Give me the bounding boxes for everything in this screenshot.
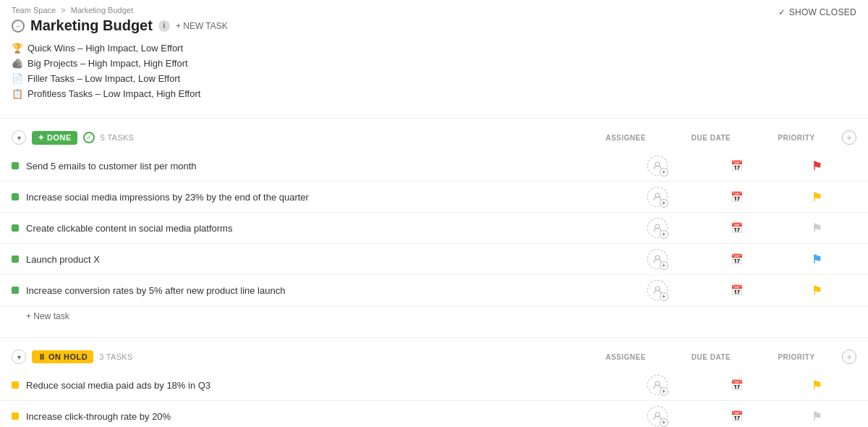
matrix-text-1: Big Projects – High Impact, High Effort bbox=[27, 58, 188, 69]
task-name[interactable]: Increase social media impressions by 23%… bbox=[26, 192, 618, 203]
task-status-dot bbox=[12, 193, 19, 200]
col-header-duedate-onhold: DUE DATE bbox=[671, 353, 751, 361]
calendar-icon: 📅 bbox=[697, 284, 777, 296]
calendar-icon: 📅 bbox=[697, 410, 777, 422]
task-name[interactable]: Reduce social media paid ads by 18% in Q… bbox=[26, 380, 618, 391]
group-done-count: 5 TASKS bbox=[101, 133, 134, 142]
new-task-button[interactable]: + New task bbox=[26, 311, 69, 321]
task-status-dot bbox=[12, 162, 19, 169]
task-priority[interactable]: ⚑ bbox=[777, 253, 856, 266]
task-assignee[interactable]: + bbox=[618, 156, 697, 176]
task-priority[interactable]: ⚑ bbox=[777, 410, 856, 423]
task-status-dot bbox=[12, 381, 19, 389]
avatar-add-icon[interactable]: + bbox=[660, 418, 668, 427]
avatar-add-icon[interactable]: + bbox=[660, 387, 668, 396]
task-priority[interactable]: ⚑ bbox=[777, 284, 856, 297]
task-duedate[interactable]: 📅 bbox=[697, 160, 777, 172]
task-priority[interactable]: ⚑ bbox=[777, 379, 856, 392]
task-status-dot bbox=[12, 413, 19, 420]
avatar[interactable]: + bbox=[647, 187, 668, 207]
calendar-icon: 📅 bbox=[697, 379, 777, 391]
matrix-item: 📋 Profitless Tasks – Low Impact, High Ef… bbox=[12, 88, 856, 99]
group-onhold-collapse[interactable]: ▾ bbox=[12, 350, 26, 364]
table-row: Create clickable content in social media… bbox=[0, 213, 868, 244]
avatar-add-icon[interactable]: + bbox=[660, 199, 668, 208]
task-duedate[interactable]: 📅 bbox=[697, 191, 777, 203]
avatar-add-icon[interactable]: + bbox=[660, 168, 668, 177]
avatar-add-icon[interactable]: + bbox=[660, 230, 668, 239]
task-assignee[interactable]: + bbox=[618, 249, 697, 269]
avatar[interactable]: + bbox=[647, 280, 668, 300]
task-name[interactable]: Increase click-through rate by 20% bbox=[26, 411, 618, 422]
group-onhold: ▾ ⏸ ON HOLD 3 TASKS ASSIGNEE DUE DATE PR… bbox=[0, 344, 868, 427]
col-header-assignee-done: ASSIGNEE bbox=[586, 134, 665, 142]
task-name[interactable]: Send 5 emails to customer list per month bbox=[26, 161, 618, 172]
task-duedate[interactable]: 📅 bbox=[697, 222, 777, 234]
flag-icon: ⚑ bbox=[812, 221, 822, 235]
task-name[interactable]: Create clickable content in social media… bbox=[26, 223, 618, 234]
task-assignee[interactable]: + bbox=[618, 218, 697, 238]
calendar-icon: 📅 bbox=[697, 191, 777, 203]
avatar[interactable]: + bbox=[647, 218, 668, 238]
matrix-text-0: Quick Wins – High Impact, Low Effort bbox=[27, 43, 183, 54]
task-priority[interactable]: ⚑ bbox=[777, 190, 856, 204]
table-row: Increase social media impressions by 23%… bbox=[0, 182, 868, 213]
group-onhold-badge[interactable]: ⏸ ON HOLD bbox=[32, 350, 93, 363]
task-name[interactable]: Launch product X bbox=[26, 254, 618, 265]
flag-icon: ⚑ bbox=[812, 284, 822, 297]
col-header-priority-done: PRIORITY bbox=[757, 134, 836, 142]
group-done-check-icon: ✓ bbox=[83, 132, 95, 143]
breadcrumb-sep: > bbox=[61, 6, 65, 14]
table-row: Launch product X + 📅 ⚑ bbox=[0, 244, 868, 275]
collapse-icon[interactable]: – bbox=[12, 20, 25, 33]
group-onhold-add-icon[interactable]: + bbox=[842, 350, 856, 364]
flag-icon: ⚑ bbox=[812, 190, 822, 204]
group-done: ▾ ✦ DONE ✓ 5 TASKS ASSIGNEE DUE DATE PRI… bbox=[0, 124, 868, 326]
breadcrumb-project[interactable]: Marketing Budget bbox=[71, 6, 133, 14]
calendar-icon: 📅 bbox=[697, 222, 777, 234]
spacer bbox=[0, 326, 868, 331]
avatar[interactable]: + bbox=[647, 375, 668, 395]
avatar[interactable]: + bbox=[647, 406, 668, 426]
group-done-badge[interactable]: ✦ DONE bbox=[32, 131, 77, 145]
task-priority[interactable]: ⚑ bbox=[777, 159, 856, 173]
avatar-add-icon[interactable]: + bbox=[660, 292, 668, 301]
group-done-add-icon[interactable]: + bbox=[842, 130, 856, 145]
new-task-header-button[interactable]: + NEW TASK bbox=[176, 21, 228, 31]
section-divider-2 bbox=[0, 337, 868, 338]
task-name[interactable]: Increase conversion rates by 5% after ne… bbox=[26, 285, 618, 296]
flag-icon: ⚑ bbox=[812, 410, 822, 423]
task-assignee[interactable]: + bbox=[618, 187, 697, 207]
task-duedate[interactable]: 📅 bbox=[697, 379, 777, 391]
avatar[interactable]: + bbox=[647, 156, 668, 176]
matrix-emoji-0: 🏆 bbox=[12, 43, 23, 54]
col-header-assignee-onhold: ASSIGNEE bbox=[586, 353, 665, 361]
section-divider bbox=[0, 118, 868, 119]
breadcrumb-team[interactable]: Team Space bbox=[12, 6, 56, 14]
task-duedate[interactable]: 📅 bbox=[697, 410, 777, 422]
task-assignee[interactable]: + bbox=[618, 375, 697, 395]
col-header-duedate-done: DUE DATE bbox=[671, 134, 751, 142]
show-closed-toggle[interactable]: ✓ SHOW CLOSED bbox=[778, 7, 856, 17]
task-duedate[interactable]: 📅 bbox=[697, 253, 777, 265]
info-icon[interactable]: i bbox=[158, 20, 170, 32]
task-assignee[interactable]: + bbox=[618, 280, 697, 300]
matrix-item: 🪨 Big Projects – High Impact, High Effor… bbox=[12, 58, 856, 69]
task-assignee[interactable]: + bbox=[618, 406, 697, 426]
matrix-emoji-2: 📄 bbox=[12, 73, 23, 84]
show-closed-check: ✓ bbox=[778, 7, 786, 17]
breadcrumb: Team Space > Marketing Budget bbox=[12, 6, 856, 14]
flag-icon: ⚑ bbox=[812, 379, 822, 392]
avatar-add-icon[interactable]: + bbox=[660, 261, 668, 270]
task-status-dot bbox=[12, 287, 19, 294]
task-priority[interactable]: ⚑ bbox=[777, 221, 856, 235]
matrix-item: 📄 Filler Tasks – Low Impact, Low Effort bbox=[12, 73, 856, 84]
matrix-text-3: Profitless Tasks – Low Impact, High Effo… bbox=[27, 88, 200, 99]
table-row: Increase click-through rate by 20% + 📅 ⚑ bbox=[0, 401, 868, 427]
calendar-icon: 📅 bbox=[697, 253, 777, 265]
avatar[interactable]: + bbox=[647, 249, 668, 269]
title-row: – Marketing Budget i + NEW TASK bbox=[12, 17, 856, 34]
group-done-collapse[interactable]: ▾ bbox=[12, 130, 26, 145]
add-task-row-done: + New task bbox=[0, 306, 868, 326]
task-duedate[interactable]: 📅 bbox=[697, 284, 777, 296]
